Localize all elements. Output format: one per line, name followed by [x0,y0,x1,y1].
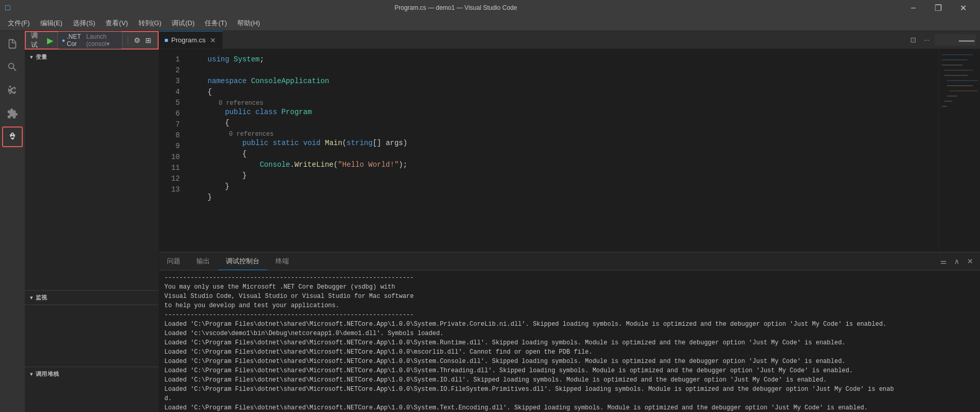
close-button[interactable]: ✕ [951,0,975,15]
svg-rect-2 [942,65,962,66]
menu-select[interactable]: 选择(S) [68,17,100,30]
code-line-8: { [190,149,939,160]
panel-line-9: Loaded 'C:\Program Files\dotnet\shared\M… [164,347,975,357]
callstack-content [25,381,159,412]
menu-help[interactable]: 帮助(H) [232,17,265,30]
panel-line-7: Loaded 'c:\vscode\demo1\bin\Debug\netcor… [164,329,975,338]
minimap [939,49,980,252]
titlebar: □ Program.cs — demo1 — Visual Studio Cod… [0,0,980,15]
code-line-7-ref: 0 references [190,129,939,138]
panel-line-13: Loaded 'C:\Program Files\dotnet\shared\M… [164,385,975,394]
more-actions-button[interactable]: ··· [921,34,932,45]
variables-section-header[interactable]: ▾ 变量 [25,50,159,64]
menubar: 文件(F) 编辑(E) 选择(S) 查看(V) 转到(G) 调试(D) 任务(T… [0,15,980,31]
code-line-3: namespace ConsoleApplication [190,76,939,87]
tab-actions: ⊡ ··· ▬▬▬ [904,31,980,49]
code-line-12: } [190,192,939,203]
panel-line-12: Loaded 'C:\Program Files\dotnet\shared\M… [164,375,975,385]
menu-debug[interactable]: 调试(D) [166,17,200,30]
maximize-button[interactable]: ❐ [926,0,950,15]
panel-close-button[interactable]: ✕ [964,256,976,267]
config-selector[interactable]: ● .NET Cor Launch (consol▾ [57,31,122,49]
variables-label: 变量 [36,53,48,61]
code-content[interactable]: using System; namespace ConsoleApplicati… [185,49,939,252]
svg-rect-4 [944,75,968,76]
source-control-icon[interactable] [2,80,23,101]
svg-rect-3 [944,70,973,71]
watch-arrow: ▾ [30,295,33,300]
code-line-4: { [190,87,939,98]
variables-content [25,64,159,290]
line-numbers: 1 2 3 4 5 6 7 8 9 10 11 12 13 [159,49,185,252]
svg-rect-0 [942,54,973,55]
layout-button[interactable]: ⊞ [144,35,152,46]
panel-line-10: Loaded 'C:\Program Files\dotnet\shared\M… [164,357,975,366]
split-editor-button[interactable]: ⊡ [908,34,919,45]
panel-content[interactable]: ----------------------------------------… [159,271,980,412]
watch-content [25,305,159,367]
tab-program-cs[interactable]: ■ Program.cs ✕ [159,31,223,49]
code-line-1: using System; [190,54,939,65]
panel-line-2: You may only use the Microsoft .NET Core… [164,282,975,292]
extensions-icon[interactable] [2,103,23,124]
callstack-arrow: ▾ [30,371,33,377]
code-line-6: { [190,118,939,129]
svg-rect-7 [950,90,978,91]
code-line-5: public class Program [190,107,939,118]
panel-actions: ⚌ ∧ ✕ [933,252,980,270]
callstack-label: 调用堆栈 [36,370,59,378]
panel-line-11: Loaded 'C:\Program Files\dotnet\shared\M… [164,366,975,375]
panel-line-5: ----------------------------------------… [164,310,975,320]
menu-edit[interactable]: 编辑(E) [35,17,68,30]
minimap-toggle[interactable]: ▬▬▬ [935,34,976,45]
main-layout: 调试 ▶ ● .NET Cor Launch (consol▾ ⚙ ⊞ ▾ 变量… [0,31,980,412]
panel-line-4: to help you develop and test your applic… [164,301,975,310]
panel-filter-button[interactable]: ⚌ [938,256,949,267]
panel-tabs: 问题 输出 调试控制台 终端 ⚌ ∧ ✕ [159,252,980,271]
panel-tab-terminal[interactable]: 终端 [268,252,297,270]
svg-rect-1 [942,59,968,60]
watch-label: 监视 [36,294,48,302]
code-editor[interactable]: 1 2 3 4 5 6 7 8 9 10 11 12 13 using Syst… [159,49,980,252]
callstack-section-header[interactable]: ▾ 调用堆栈 [25,367,159,381]
svg-rect-10 [942,106,947,107]
code-line-10: } [190,170,939,181]
menu-goto[interactable]: 转到(G) [133,17,167,30]
tab-bar: ■ Program.cs ✕ ⊡ ··· ▬▬▬ [159,31,980,49]
panel-tab-problems[interactable]: 问题 [159,252,189,270]
code-line-13 [190,203,939,214]
menu-tasks[interactable]: 任务(T) [200,17,232,30]
code-line-7: public static void Main(string[] args) [190,138,939,149]
config-label-cont: Launch (consol▾ [86,33,118,47]
watch-section-header[interactable]: ▾ 监视 [25,290,159,305]
debug-icon[interactable] [2,126,23,147]
toolbar-separator [128,36,128,45]
panel-line-8: Loaded 'C:\Program Files\dotnet\shared\M… [164,338,975,347]
search-icon[interactable] [2,57,23,77]
gear-button[interactable]: ⚙ [133,35,141,46]
bottom-panel: 问题 输出 调试控制台 终端 ⚌ ∧ ✕ -------------------… [159,252,980,412]
config-label: .NET Cor [67,33,85,47]
code-line-11: } [190,181,939,192]
svg-rect-5 [947,80,978,81]
menu-file[interactable]: 文件(F) [3,17,35,30]
panel-tab-output[interactable]: 输出 [189,252,218,270]
svg-rect-9 [944,101,952,102]
titlebar-left: □ [5,3,10,12]
files-icon[interactable] [2,34,23,54]
minimize-button[interactable]: – [901,0,925,15]
play-button[interactable]: ▶ [46,35,54,46]
code-line-5-ref: 0 references [190,98,939,107]
editor-panel-container: ■ Program.cs ✕ ⊡ ··· ▬▬▬ 1 2 3 4 5 6 7 [159,31,980,412]
panel-collapse-button[interactable]: ∧ [951,256,962,267]
panel-tab-debug-console[interactable]: 调试控制台 [218,252,268,270]
sidebar: 调试 ▶ ● .NET Cor Launch (consol▾ ⚙ ⊞ ▾ 变量… [25,31,159,412]
panel-line-3: Visual Studio Code, Visual Studio or Vis… [164,292,975,301]
panel-line-14: d. [164,394,975,403]
menu-view[interactable]: 查看(V) [100,17,133,30]
activity-bar [0,31,25,412]
net-core-icon: ● [62,37,66,43]
panel-line-1: ----------------------------------------… [164,273,975,282]
svg-rect-8 [947,96,957,97]
tab-close-button[interactable]: ✕ [209,36,217,44]
